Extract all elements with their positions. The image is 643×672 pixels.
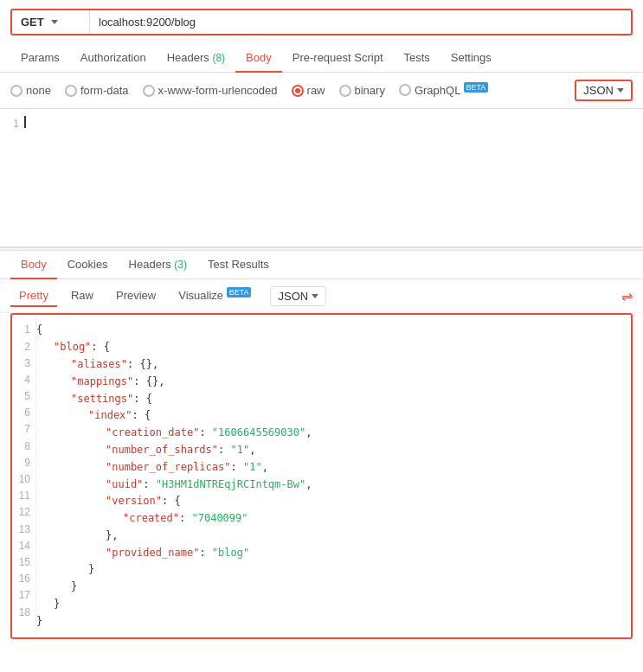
format-visualize[interactable]: Visualize BETA [170, 285, 260, 307]
response-tabs: Body Cookies Headers (3) Test Results [0, 251, 643, 279]
method-chevron-icon [51, 20, 58, 24]
tab-authorization[interactable]: Authorization [70, 44, 157, 73]
response-body: 123456789101112131415161718 { "blog": { … [10, 313, 633, 638]
url-bar: GET [10, 9, 633, 35]
graphql-beta-badge: BETA [464, 82, 489, 93]
radio-form-data[interactable]: form-data [65, 84, 129, 97]
radio-urlencoded-label: x-www-form-urlencoded [158, 84, 278, 97]
json-line-8: "number_of_shards": "1", [36, 442, 312, 459]
radio-binary-dot [339, 85, 351, 97]
response-json: { "blog": { "aliases": {}, "mappings": {… [36, 315, 312, 637]
tab-settings[interactable]: Settings [440, 44, 502, 73]
request-editor: 1 [0, 109, 643, 247]
response-content: 123456789101112131415161718 { "blog": { … [12, 315, 631, 637]
json-line-6: "index": { [36, 407, 312, 425]
response-line-numbers: 123456789101112131415161718 [12, 315, 36, 637]
method-dropdown[interactable]: GET [12, 10, 90, 34]
json-line-14: "provided_name": "blog" [36, 545, 312, 562]
response-format-label: JSON [278, 290, 308, 303]
json-line-9: "number_of_replicas": "1", [36, 459, 312, 477]
body-type-row: none form-data x-www-form-urlencoded raw… [0, 73, 643, 109]
radio-graphql-dot [399, 84, 411, 96]
json-line-12: "created": "7040099" [36, 510, 312, 528]
radio-none-label: none [26, 84, 51, 97]
tab-tests[interactable]: Tests [394, 44, 440, 73]
radio-urlencoded[interactable]: x-www-form-urlencoded [143, 84, 278, 97]
json-line-13: }, [36, 528, 312, 545]
json-line-5: "settings": { [36, 391, 312, 408]
json-line-17: } [36, 596, 312, 613]
json-line-10: "uuid": "H3HM1dNTREqjRCIntqm-Bw", [36, 477, 312, 494]
editor-cursor [24, 116, 26, 128]
tab-params[interactable]: Params [10, 44, 70, 73]
response-headers-badge: (3) [174, 259, 187, 271]
radio-graphql[interactable]: GraphQL BETA [399, 83, 488, 97]
format-raw[interactable]: Raw [62, 285, 102, 307]
radio-raw-dot [292, 85, 304, 97]
method-label: GET [21, 16, 44, 29]
json-line-2: "blog": { [36, 339, 312, 356]
format-preview[interactable]: Preview [107, 285, 164, 307]
request-line-numbers: 1 [0, 109, 24, 246]
radio-urlencoded-dot [143, 85, 155, 97]
radio-form-data-dot [65, 85, 77, 97]
response-format-row: Pretty Raw Preview Visualize BETA JSON ⇌ [0, 279, 643, 313]
request-editor-content[interactable] [24, 109, 643, 246]
json-format-label: JSON [583, 84, 614, 97]
response-tab-body[interactable]: Body [10, 251, 57, 279]
tab-body[interactable]: Body [235, 44, 282, 73]
json-line-11: "version": { [36, 493, 312, 510]
radio-none-dot [10, 85, 23, 97]
json-line-1: { [36, 322, 312, 339]
visualize-beta-badge: BETA [227, 287, 252, 298]
json-format-dropdown[interactable]: JSON [575, 80, 633, 101]
json-line-4: "mappings": {}, [36, 374, 312, 391]
url-input[interactable] [90, 10, 631, 34]
response-tab-test-results[interactable]: Test Results [197, 251, 280, 279]
filter-icon[interactable]: ⇌ [621, 288, 633, 304]
json-format-chevron-icon [617, 88, 624, 93]
radio-raw-label: raw [307, 84, 325, 97]
tab-pre-request[interactable]: Pre-request Script [282, 44, 394, 73]
json-line-16: } [36, 579, 312, 596]
format-pretty[interactable]: Pretty [10, 285, 57, 307]
radio-graphql-label: GraphQL BETA [415, 83, 488, 97]
radio-binary-label: binary [355, 84, 385, 97]
request-tabs: Params Authorization Headers (8) Body Pr… [0, 44, 643, 73]
response-format-dropdown[interactable]: JSON [270, 286, 326, 306]
json-line-3: "aliases": {}, [36, 356, 312, 374]
response-tab-headers[interactable]: Headers (3) [119, 251, 197, 279]
json-line-7: "creation_date": "1606645569030", [36, 425, 312, 442]
json-line-18: } [36, 613, 312, 630]
radio-binary[interactable]: binary [339, 84, 385, 97]
json-line-15: } [36, 561, 312, 579]
response-tab-cookies[interactable]: Cookies [57, 251, 119, 279]
headers-badge: (8) [212, 52, 225, 64]
radio-form-data-label: form-data [80, 84, 129, 97]
radio-none[interactable]: none [10, 84, 51, 97]
response-format-chevron-icon [312, 294, 318, 298]
tab-headers[interactable]: Headers (8) [157, 44, 235, 73]
radio-raw[interactable]: raw [292, 84, 325, 97]
